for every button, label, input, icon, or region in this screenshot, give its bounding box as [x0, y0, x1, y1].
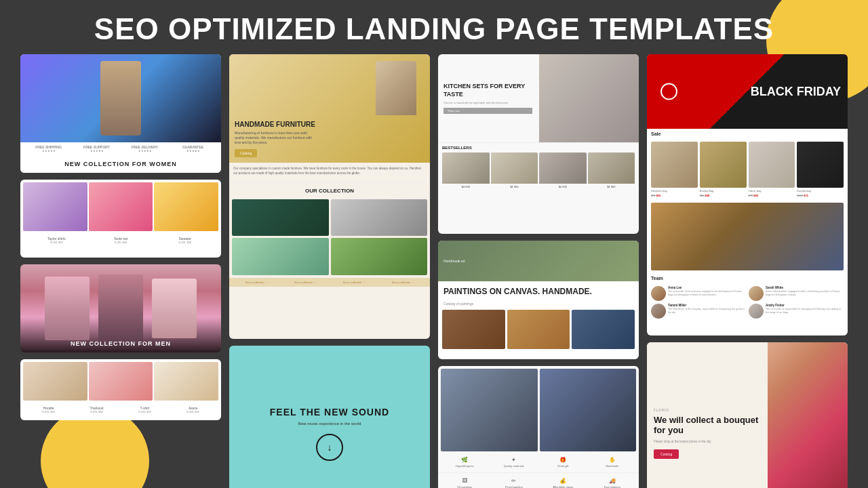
mountain-photo-1: [441, 369, 538, 451]
member-role-2: Senior administrator, engaged in sales, …: [766, 290, 844, 296]
bag-price-2: $85 $49: [700, 194, 747, 197]
sound-card[interactable]: FEEL THE NEW SOUND Best music experience…: [229, 346, 430, 488]
products-grid: Shoulder bag $99 $55 Bucket Bag $85 $49 …: [647, 139, 848, 200]
collection-grid: [229, 197, 430, 278]
figure1: [45, 277, 90, 340]
footer-link-4[interactable]: Go to collection →: [392, 281, 414, 284]
store-image: [651, 203, 844, 270]
column-3: KITCHEN SETS FOR EVERY TASTE Choose or h…: [438, 54, 639, 488]
photo-purple: [23, 182, 87, 231]
sound-card-inner: FEEL THE NEW SOUND Best music experience…: [229, 346, 430, 488]
kitchen-card[interactable]: KITCHEN SETS FOR EVERY TASTE Choose or h…: [438, 54, 639, 234]
member-name-2: Sarah White: [766, 286, 844, 289]
jeans: JeansS-3XL $55: [169, 406, 217, 413]
bag-image-3: [749, 142, 795, 188]
column-2: HANDMADE FURNITURE Manufacturing of furn…: [229, 54, 430, 488]
label-hypoallergenic: 🌿Hypoallergenic: [441, 457, 489, 468]
bs-item-4[interactable]: $4 000: [588, 152, 635, 190]
bouquet-content: FLORIO We will collect a bouquet for you…: [647, 342, 768, 488]
member-info-4: Andry Fisher The co-founder is responsib…: [766, 304, 844, 314]
page-title: SEO OPTIMIZED LANDING PAGE TEMPLATES: [14, 12, 854, 46]
bouquet-title: We will collect a bouquet for you: [654, 415, 761, 436]
sound-arrow-circle[interactable]: ↓: [316, 434, 343, 461]
member-info-3: Tammi Miller The chief driver of the com…: [668, 304, 746, 314]
column-4: BLACK FRIDAY Sale Shoulder bag $99 $55 B…: [647, 54, 848, 488]
avatar-anna: [651, 286, 666, 301]
women-products-photos: [20, 180, 221, 234]
bouquet-card[interactable]: FLORIO We will collect a bouquet for you…: [647, 342, 848, 488]
page-header: SEO OPTIMIZED LANDING PAGE TEMPLATES: [0, 0, 868, 54]
fashion-hero-card[interactable]: FREE SHIPPING★★★★★ FREE SUPPORT★★★★★ FRE…: [20, 54, 221, 173]
bs-price-3: $4 000: [539, 184, 587, 190]
furniture-chair-image: [376, 61, 416, 115]
team-grid: Anna Lee The co-founder of the business,…: [647, 283, 848, 321]
footer-link-2[interactable]: Go to collection →: [294, 281, 317, 284]
member-info-1: Anna Lee The co-founder of the business,…: [668, 286, 746, 296]
collection-women-text: NEW COLLECTION FOR WOMEN: [26, 161, 216, 167]
nude-photo3: [154, 362, 218, 401]
sound-title: FEEL THE NEW SOUND: [270, 407, 389, 418]
men-products-photos: [20, 359, 221, 403]
person-body: [100, 61, 141, 136]
paintings-card[interactable]: Handmade art PAINTINGS ON CANVAS. HANDMA…: [438, 241, 639, 359]
footer-link-1[interactable]: Go to collection →: [245, 281, 268, 284]
product-4[interactable]: Eureka bag $120 $75: [797, 142, 844, 197]
bs-item-1[interactable]: $4 000: [442, 152, 490, 190]
bestsellers-section: BESTSELLERS $4 000 $4 000 $4 000: [438, 142, 639, 192]
men-products-card[interactable]: HoodieS-2XL $45 TracksuitS-3XL $62 T-shi…: [20, 359, 221, 420]
strip-free-delivery: FREE DELIVERY★★★★★: [121, 145, 169, 152]
black-friday-card[interactable]: BLACK FRIDAY Sale Shoulder bag $99 $55 B…: [647, 54, 848, 336]
label-shipping: 🚚Fast shipping: [589, 478, 637, 488]
product-3[interactable]: Fabric bag $70 $40: [749, 142, 795, 197]
collection-title: OUR COLLECTION: [229, 185, 430, 197]
table-item: [232, 238, 329, 275]
mountains-card[interactable]: 🌿Hypoallergenic ✦Quality materials 🎁Grea…: [438, 366, 639, 488]
product-1[interactable]: Shoulder bag $99 $55: [651, 142, 698, 197]
bs-item-2[interactable]: $4 000: [491, 152, 538, 190]
women-collection-card[interactable]: Taylor shirtsS-3XL $29 Tante setS-3XL $4…: [20, 180, 221, 258]
men-collection-card[interactable]: NEW COLLECTION FOR MEN: [20, 264, 221, 352]
paintings-header: Handmade art: [438, 241, 639, 281]
label-pencil: ✏Pencil painting: [490, 478, 538, 488]
black-friday-banner: BLACK FRIDAY: [647, 54, 848, 129]
painting-3: [572, 310, 635, 349]
kitchen-title: KITCHEN SETS FOR EVERY TASTE: [443, 83, 532, 98]
photo-pink: [89, 182, 153, 231]
figure3: [152, 279, 197, 338]
bag-name-2: Bucket Bag: [700, 189, 747, 192]
label-quality: ✦Quality materials: [490, 457, 538, 468]
bs-img-4: [588, 152, 635, 184]
sound-subtitle: Best music experience in the world: [298, 422, 361, 426]
plant-item: [331, 238, 428, 275]
banner-icon-area: [660, 83, 677, 100]
sweater: SweaterS-3XL $38: [153, 237, 217, 244]
chair-item: [331, 199, 428, 237]
furniture-subtitle: Manufacturing of furniture is more than …: [235, 131, 316, 145]
sale-label: Sale: [647, 129, 848, 139]
arrow-down-icon: ↓: [328, 442, 332, 453]
taylor-shirts: Taylor shirtsS-3XL $29: [24, 237, 89, 244]
bouquet-catalog-button[interactable]: Catalog: [654, 449, 679, 459]
mountains-photos: [438, 366, 639, 454]
furniture-catalog-button[interactable]: Catalog: [235, 149, 257, 157]
footer-link-3[interactable]: Go to collection →: [343, 281, 366, 284]
bestsellers-grid: $4 000 $4 000 $4 000 $4 000: [442, 152, 635, 190]
bs-price-4: $4 000: [588, 184, 635, 190]
furniture-header-content: HANDMADE FURNITURE Manufacturing of furn…: [235, 121, 316, 157]
team-member-3: Tammi Miller The chief driver of the com…: [651, 304, 746, 319]
kitchen-desc: Choose or handcraft the right table with…: [443, 101, 532, 105]
label-handmade: ✋Handmade: [589, 457, 637, 468]
member-name-3: Tammi Miller: [668, 304, 746, 307]
furniture-card[interactable]: HANDMADE FURNITURE Manufacturing of furn…: [229, 54, 430, 339]
tracksuit: TracksuitS-3XL $62: [73, 406, 121, 413]
bs-item-3[interactable]: $4 000: [539, 152, 587, 190]
product-2[interactable]: Bucket Bag $85 $49: [700, 142, 747, 197]
template-grid: FREE SHIPPING★★★★★ FREE SUPPORT★★★★★ FRE…: [0, 54, 868, 488]
men-figures: [41, 269, 201, 348]
column-1: FREE SHIPPING★★★★★ FREE SUPPORT★★★★★ FRE…: [20, 54, 221, 488]
bestsellers-title: BESTSELLERS: [442, 146, 635, 150]
kitchen-shop-button[interactable]: Shop now: [443, 108, 532, 114]
kitchen-image: [539, 54, 639, 142]
bouquet-card-inner: FLORIO We will collect a bouquet for you…: [647, 342, 848, 488]
bag-image-1: [651, 142, 698, 188]
